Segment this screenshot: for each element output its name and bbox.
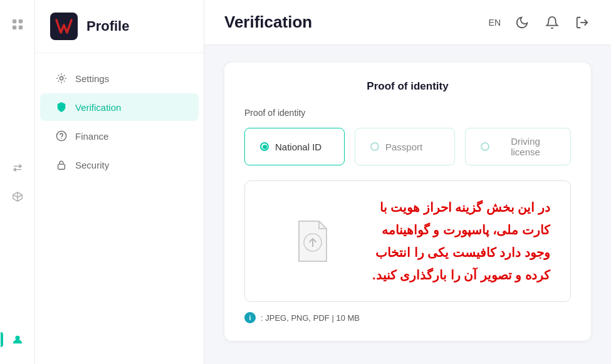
finance-icon xyxy=(55,130,68,142)
section-label: Proof of identity xyxy=(244,108,571,118)
sidebar-title: Profile xyxy=(86,18,129,34)
svg-rect-2 xyxy=(12,26,16,29)
passport-button[interactable]: Passport xyxy=(355,128,455,165)
sidebar-item-security[interactable]: Security xyxy=(40,151,199,179)
moon-icon[interactable] xyxy=(513,14,531,31)
security-icon xyxy=(55,159,68,171)
main-content: Verification EN xyxy=(204,0,611,364)
upload-icon xyxy=(293,219,333,264)
passport-dot xyxy=(370,142,379,151)
info-icon: i xyxy=(244,312,256,323)
content-area: Proof of identity Proof of identity Nati… xyxy=(204,45,611,364)
verification-card: Proof of identity Proof of identity Nati… xyxy=(224,63,591,341)
verification-icon xyxy=(55,101,68,113)
sidebar-nav: Settings Verification Finance xyxy=(35,53,204,364)
language-button[interactable]: EN xyxy=(489,18,501,28)
national-id-label: National ID xyxy=(275,142,321,152)
logout-icon[interactable] xyxy=(573,14,591,31)
passport-label: Passport xyxy=(385,142,422,152)
verification-label: Verification xyxy=(75,102,121,113)
sidebar-item-finance[interactable]: Finance xyxy=(40,122,199,150)
settings-icon xyxy=(55,72,68,85)
sidebar: Profile Settings Verification xyxy=(35,0,204,364)
sidebar-item-verification[interactable]: Verification xyxy=(40,93,199,121)
card-title: Proof of identity xyxy=(244,80,571,93)
finance-label: Finance xyxy=(75,131,108,142)
svg-point-7 xyxy=(56,131,66,140)
user-icon[interactable] xyxy=(6,328,29,351)
transfer-icon[interactable] xyxy=(6,156,29,180)
file-info: i : JPEG, PNG, PDF | 10 MB xyxy=(244,312,571,323)
left-icon-strip xyxy=(0,0,35,364)
page-title: Verification xyxy=(224,13,489,32)
sidebar-header: Profile xyxy=(35,0,204,53)
svg-point-6 xyxy=(60,76,63,80)
logo-icon xyxy=(50,13,78,40)
cube-icon[interactable] xyxy=(6,185,29,209)
national-id-button[interactable]: National ID xyxy=(244,128,345,165)
svg-rect-0 xyxy=(12,19,16,23)
driving-license-button[interactable]: Driving license xyxy=(465,128,571,165)
svg-rect-3 xyxy=(18,26,22,29)
topbar-actions: EN xyxy=(489,14,591,31)
upload-icon-wrap xyxy=(265,219,360,264)
svg-rect-1 xyxy=(18,19,22,23)
upload-area[interactable]: در این بخش گزینه احراز هویت با کارت ملی،… xyxy=(244,180,571,302)
topbar: Verification EN xyxy=(204,0,611,45)
sidebar-item-settings[interactable]: Settings xyxy=(40,65,199,92)
file-types-label: : JPEG, PNG, PDF | 10 MB xyxy=(261,313,360,323)
driving-license-label: Driving license xyxy=(496,136,555,157)
grid-icon[interactable] xyxy=(6,13,29,36)
id-type-row: National ID Passport Driving license xyxy=(244,128,571,165)
national-id-dot xyxy=(260,142,269,151)
driving-license-dot xyxy=(481,142,489,151)
svg-point-4 xyxy=(15,336,19,340)
notification-icon[interactable] xyxy=(543,14,561,31)
svg-rect-8 xyxy=(58,164,65,169)
upload-instructions: در این بخش گزینه احراز هویت با کارت ملی،… xyxy=(360,196,550,286)
security-label: Security xyxy=(75,160,109,170)
settings-label: Settings xyxy=(75,73,109,84)
